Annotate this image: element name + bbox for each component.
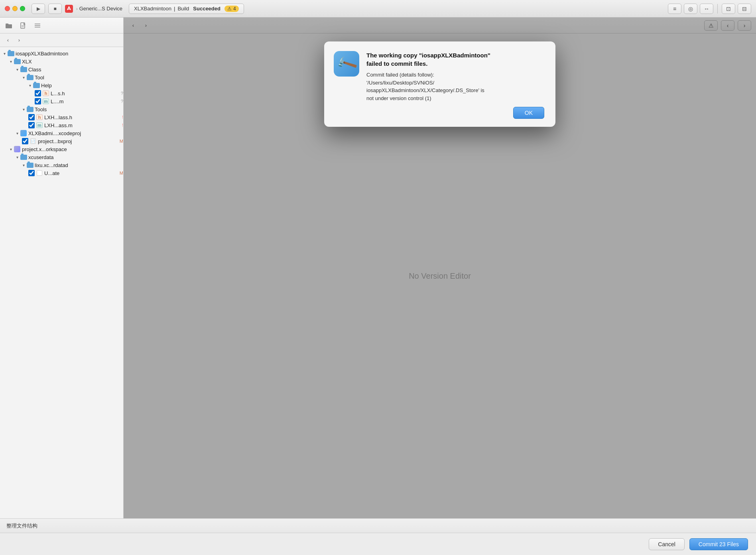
tab-app-name: XLXBadmintoon — [134, 6, 171, 12]
close-button[interactable] — [5, 6, 10, 11]
file-view-button[interactable] — [18, 21, 29, 30]
badge-lm: ? — [121, 99, 123, 104]
minimize-button[interactable] — [12, 6, 18, 11]
tree-label-tools: Tools — [35, 106, 123, 112]
warning-icon: ⚠ — [227, 6, 232, 12]
breadcrumb-chevron: › — [76, 6, 78, 11]
sidebar-nav: ‹ › — [0, 33, 123, 47]
hammer-icon — [334, 51, 359, 77]
editor-mode-button[interactable]: ≡ — [668, 4, 681, 14]
tree-item-lm[interactable]: m L....m ? — [0, 97, 123, 105]
commit-button[interactable]: Commit 23 Files — [689, 538, 748, 550]
tree-label-class: Class — [28, 67, 123, 73]
tree-item-xcuserdata[interactable]: ▾ xcuserdata — [0, 153, 123, 161]
tree-item-lsh[interactable]: h L...s.h ? — [0, 89, 123, 97]
tree-item-tools[interactable]: ▾ Tools — [0, 105, 123, 113]
list-view-button[interactable] — [32, 21, 43, 30]
plist-file-icon — [36, 170, 43, 176]
stop-button[interactable]: ■ — [48, 4, 62, 14]
tree-toggle-xcuserdata[interactable]: ▾ — [14, 155, 20, 159]
folder-icon-help — [33, 82, 40, 89]
run-button[interactable]: ▶ — [32, 4, 45, 14]
tree-toggle-xlx[interactable]: ▾ — [8, 59, 14, 64]
checkbox-lsh[interactable] — [35, 90, 41, 96]
folder-view-button[interactable] — [3, 21, 14, 30]
dialog-title-area: The working copy "iosappXLXBadmintoon"fa… — [366, 51, 544, 102]
tree-toggle-tool[interactable]: ▾ — [21, 75, 26, 80]
tree-item-workspace[interactable]: ▾ project.x...orkspace — [0, 145, 123, 153]
tree-item-uate[interactable]: U...ate M — [0, 169, 123, 177]
tree-label-lixu-rdatad: lixu.xc...rdatad — [35, 162, 123, 168]
tree-item-class[interactable]: ▾ Class — [0, 65, 123, 73]
tree-label-xcodeproj: XLXBadmi....xcodeproj — [28, 130, 123, 136]
tree-label-bxproj: project...bxproj — [38, 138, 118, 144]
badge-lsh: ? — [121, 91, 123, 96]
dialog-message: Commit failed (details follow): '/Users/… — [366, 71, 544, 102]
checkbox-lxh-ass-m[interactable] — [28, 122, 35, 128]
ok-button[interactable]: OK — [513, 107, 544, 119]
tree-toggle-lixu-rdatad[interactable]: ▾ — [21, 163, 26, 167]
warning-badge: ⚠ 4 — [224, 6, 239, 12]
tree-toggle-root[interactable]: ▾ — [2, 51, 7, 56]
folder-icon-lixu-rdatad — [26, 162, 33, 168]
checkbox-lxh-lass-h[interactable] — [28, 114, 35, 120]
tab-build[interactable]: XLXBadmintoon | Build Succeeded ⚠ 4 — [129, 4, 244, 14]
bxproj-file-icon: 📄 — [30, 138, 37, 144]
version-control-button[interactable]: ↔ — [700, 4, 713, 14]
svg-rect-1 — [6, 24, 12, 28]
tree-toggle-class[interactable]: ▾ — [14, 67, 20, 72]
badge-lxh-lass-h: ! — [122, 115, 123, 120]
badge-bxproj: M — [120, 139, 123, 144]
tree-label-uate: U...ate — [44, 170, 118, 176]
tree-label-help: Help — [41, 83, 123, 89]
badge-lxh-ass-m: ! — [122, 123, 123, 128]
sidebar: ‹ › ▾ iosappXLXBadmintoon ▾ XLX — [0, 18, 124, 518]
traffic-lights — [5, 6, 25, 11]
bottom-buttons: Cancel Commit 23 Files — [0, 533, 756, 555]
tree-label-root: iosappXLXBadmintoon — [16, 51, 123, 57]
tree-toggle-workspace[interactable]: ▾ — [8, 147, 14, 152]
maximize-button[interactable] — [20, 6, 25, 11]
workspace-icon — [14, 146, 21, 152]
tree-label-lxh-lass-h: LXH...lass.h — [44, 114, 120, 120]
tree-label-lm: L....m — [51, 98, 119, 104]
tree-item-root[interactable]: ▾ iosappXLXBadmintoon — [0, 49, 123, 57]
warning-count: 4 — [233, 6, 236, 12]
file-icon-lsh: h — [42, 90, 49, 96]
content-area: ‹ › ▾ iosappXLXBadmintoon ▾ XLX — [0, 18, 756, 518]
tree-item-xcodeproj[interactable]: ▾ XLXBadmi....xcodeproj — [0, 129, 123, 137]
cancel-button[interactable]: Cancel — [649, 538, 685, 550]
folder-icon-class — [20, 66, 27, 73]
tree-toggle-tools[interactable]: ▾ — [21, 107, 26, 112]
tree-toggle-help[interactable]: ▾ — [27, 83, 33, 88]
file-icon-lxh-lass-h: h — [36, 114, 43, 120]
debug-button[interactable]: ◎ — [684, 4, 697, 14]
file-icon-lxh-ass-m: m — [36, 122, 43, 128]
tree-item-lxh-ass-m[interactable]: m LXH...ass.m ! — [0, 121, 123, 129]
titlebar-right-controls: ≡ ◎ ↔ ⊡ ⊟ — [668, 4, 751, 14]
main-content: ‹ › ⚠ ‹ › No Version Editor — [124, 18, 756, 518]
tab-build-status: Succeeded — [193, 6, 220, 12]
dialog: The working copy "iosappXLXBadmintoon"fa… — [324, 41, 555, 127]
xcodeproj-icon — [20, 130, 27, 136]
show-hide-navigator[interactable]: ⊡ — [722, 4, 735, 14]
tree-label-lsh: L...s.h — [51, 91, 119, 96]
tree-item-bxproj[interactable]: 📄 project...bxproj M — [0, 137, 123, 145]
tree-item-help[interactable]: ▾ Help — [0, 81, 123, 89]
tree-item-lixu-rdatad[interactable]: ▾ lixu.xc...rdatad — [0, 161, 123, 169]
checkbox-lm[interactable] — [35, 98, 41, 104]
tree-item-tool[interactable]: ▾ Tool — [0, 73, 123, 81]
tree-item-lxh-lass-h[interactable]: h LXH...lass.h ! — [0, 113, 123, 121]
folder-icon-xcuserdata — [20, 154, 27, 160]
folder-icon-root — [7, 50, 14, 57]
tree-item-xlx[interactable]: ▾ XLX — [0, 57, 123, 65]
file-icon-lm: m — [42, 98, 49, 104]
sidebar-toolbar — [0, 18, 123, 33]
show-hide-utilities[interactable]: ⊟ — [738, 4, 751, 14]
nav-back-button[interactable]: ‹ — [3, 36, 13, 45]
checkbox-uate[interactable] — [28, 170, 35, 176]
tree-toggle-xcodeproj[interactable]: ▾ — [14, 131, 20, 136]
xcode-icon — [65, 5, 73, 13]
nav-forward-button[interactable]: › — [14, 36, 24, 45]
checkbox-bxproj[interactable] — [22, 138, 28, 144]
